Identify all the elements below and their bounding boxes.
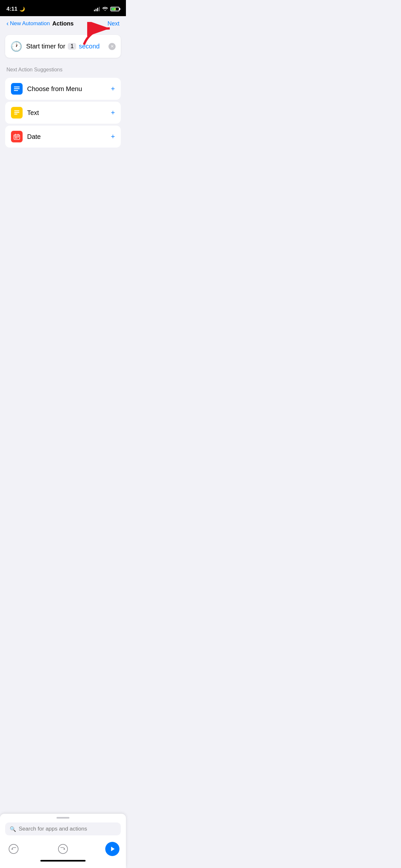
next-button[interactable]: Next [107,20,120,27]
text-label: Text [27,109,106,117]
battery-icon: ⚡ [111,7,120,11]
svg-rect-6 [14,114,18,115]
action-close-button[interactable]: ✕ [109,43,116,50]
date-label: Date [27,133,106,141]
choose-from-menu-add-icon[interactable]: + [111,85,115,93]
svg-rect-2 [14,89,20,89]
svg-rect-3 [14,90,18,91]
action-card-label: Start timer for [26,42,65,50]
text-icon [11,107,23,119]
page-title: Actions [52,20,73,27]
svg-rect-1 [14,87,20,88]
chevron-left-icon: ‹ [6,20,9,27]
suggestions-header: Next Action Suggestions [0,62,126,76]
svg-rect-5 [14,112,19,113]
choose-from-menu-label: Choose from Menu [27,85,106,93]
wifi-icon [102,6,108,11]
back-button[interactable]: ‹ New Automation [6,20,50,27]
action-number[interactable]: 1 [68,43,76,50]
action-unit[interactable]: second [79,42,100,50]
action-card: 🕐 Start timer for 1 second ✕ [5,35,121,58]
date-add-icon[interactable]: + [111,132,115,141]
date-icon [11,131,23,143]
svg-rect-4 [14,111,19,112]
suggestion-date[interactable]: Date + [5,126,121,148]
back-label: New Automation [10,20,50,27]
choose-from-menu-icon [11,83,23,95]
moon-icon: 🌙 [19,6,25,11]
clock-icon: 🕐 [10,41,22,52]
status-bar: 4:11 🌙 ⚡ [0,0,126,16]
status-indicators: ⚡ [94,6,120,11]
action-card-content: Start timer for 1 second [26,42,104,50]
status-time: 4:11 🌙 [6,6,25,12]
suggestion-text[interactable]: Text + [5,102,121,124]
svg-rect-12 [17,136,18,137]
signal-icon [94,7,100,11]
text-add-icon[interactable]: + [111,108,115,117]
suggestion-choose-from-menu[interactable]: Choose from Menu + [5,78,121,100]
svg-rect-14 [15,138,16,139]
svg-rect-13 [18,136,19,137]
nav-bar: ‹ New Automation Actions Next [0,16,126,31]
svg-rect-11 [15,136,16,137]
svg-rect-15 [17,138,18,139]
